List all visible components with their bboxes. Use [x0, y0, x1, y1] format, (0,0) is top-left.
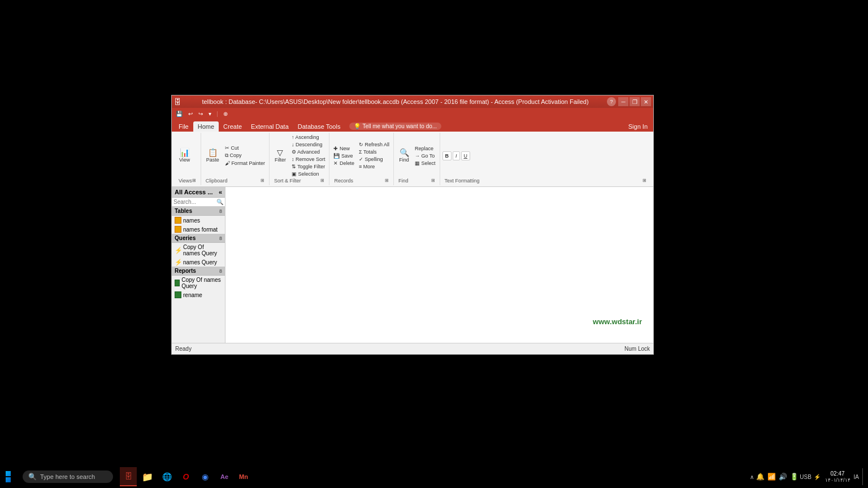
- table-item-names-format[interactable]: names format: [172, 225, 225, 234]
- tab-file[interactable]: File: [174, 121, 193, 132]
- body-area: All Access ... « 🔍 Tables 8 names names …: [172, 187, 653, 343]
- tab-create[interactable]: Create: [219, 121, 246, 132]
- taskbar-access-app[interactable]: 🗄: [120, 467, 137, 486]
- taskbar-search-input[interactable]: [40, 473, 107, 480]
- lang-text: IA: [854, 474, 859, 480]
- tray-icon-usb[interactable]: USB: [801, 472, 810, 481]
- tab-database-tools[interactable]: Database Tools: [293, 121, 345, 132]
- tray-icon-volume[interactable]: 🔊: [779, 472, 788, 481]
- view-button[interactable]: 📊 View: [176, 147, 193, 164]
- save-button[interactable]: 💾 Save: [332, 152, 356, 159]
- taskbar-icon-browser3[interactable]: ◉: [197, 468, 214, 485]
- table-item-names[interactable]: names: [172, 216, 225, 225]
- records-small-btns: ✚ New 💾 Save ✕ Delete: [332, 145, 356, 167]
- view-label: View: [179, 157, 190, 163]
- clipboard-group-label: Clipboard ⊞: [203, 177, 267, 184]
- clipboard-buttons: 📋 Paste ✂ Cut ⧉ Copy 🖌 Format Painter: [203, 134, 267, 177]
- browser2-icon: O: [183, 472, 189, 481]
- new-button[interactable]: ✚ New: [332, 145, 356, 152]
- tray-chevron[interactable]: ∧: [750, 474, 754, 480]
- queries-count: 8: [219, 236, 222, 241]
- queries-label: Queries: [175, 235, 196, 241]
- taskbar-right: ∧ 🔔 📶 🔊 🔋 USB ⚡ 02:47 ۱۴۰۱/۱۴/۱۴ IA: [750, 468, 866, 485]
- nav-search-input[interactable]: [173, 199, 216, 205]
- toggle-filter-button[interactable]: ⇅ Toggle Filter: [290, 163, 327, 170]
- taskbar-icon-browser1[interactable]: 🌐: [158, 468, 175, 485]
- qa-extra-button[interactable]: ⊕: [222, 110, 229, 117]
- tab-home[interactable]: Home: [193, 121, 219, 132]
- delete-button[interactable]: ✕ Delete: [332, 160, 356, 167]
- queries-section-header[interactable]: Queries 8: [172, 234, 225, 243]
- tray-icon-network[interactable]: 📶: [767, 472, 776, 481]
- taskbar-language[interactable]: IA: [854, 474, 859, 480]
- taskbar-search-icon: 🔍: [28, 473, 37, 481]
- qa-undo-button[interactable]: ↩: [186, 110, 194, 117]
- totals-button[interactable]: Σ Totals: [357, 149, 391, 155]
- qa-dropdown-button[interactable]: ▾: [207, 110, 213, 117]
- refresh-all-button[interactable]: ↻ Refresh All: [357, 141, 391, 148]
- select-button[interactable]: ▦ Select: [413, 160, 437, 167]
- minimize-button[interactable]: ─: [618, 97, 628, 106]
- report-item-copy-names[interactable]: Copy Of names Query: [172, 276, 225, 290]
- view-icon: 📊: [180, 149, 189, 156]
- report-item-rename[interactable]: rename: [172, 290, 225, 299]
- ribbon-group-find: 🔍 Find Replace → Go To ▦ Select Find ⊞: [394, 133, 440, 185]
- tell-me-box[interactable]: 💡 Tell me what you want to do...: [349, 123, 441, 130]
- copy-button[interactable]: ⧉ Copy: [223, 152, 267, 159]
- tray-icon-power[interactable]: ⚡: [813, 472, 822, 481]
- close-button[interactable]: ✕: [641, 97, 651, 106]
- nav-pane-header[interactable]: All Access ... «: [172, 187, 225, 198]
- num-lock: Num Lock: [624, 346, 650, 352]
- goto-button[interactable]: → Go To: [413, 152, 437, 159]
- help-icon[interactable]: ?: [607, 97, 616, 106]
- taskbar-pinned-apps: 🗄 📁 🌐 O ◉ Ae Mn: [120, 467, 252, 486]
- cut-button[interactable]: ✂ Cut: [223, 145, 267, 151]
- title-bar: 🗄 tellbook : Database- C:\Users\ASUS\Des…: [172, 95, 653, 108]
- remove-sort-button[interactable]: ↕ Remove Sort: [290, 156, 327, 163]
- clock-time: 02:47: [825, 470, 850, 477]
- start-button[interactable]: [2, 468, 20, 486]
- spelling-button[interactable]: ✓ Spelling: [357, 156, 391, 163]
- records-group-label: Records ⊞: [332, 177, 391, 184]
- taskbar-clock[interactable]: 02:47 ۱۴۰۱/۱۴/۱۴: [825, 470, 850, 484]
- ribbon-group-sort-filter: ▽ Filter ↑ Ascending ↓ Descending ⚙ Adva…: [270, 133, 330, 185]
- descending-button[interactable]: ↓ Descending: [290, 141, 327, 148]
- nav-search-box[interactable]: 🔍: [172, 198, 225, 207]
- reports-section-header[interactable]: Reports 8: [172, 267, 225, 276]
- taskbar-icon-mn[interactable]: Mn: [235, 468, 252, 485]
- ascending-button[interactable]: ↑ Ascending: [290, 134, 327, 141]
- paste-button[interactable]: 📋 Paste: [203, 147, 222, 164]
- format-painter-button[interactable]: 🖌 Format Painter: [223, 160, 267, 167]
- taskbar-icon-file-explorer[interactable]: 📁: [139, 468, 156, 485]
- tray-icon-notification[interactable]: 🔔: [756, 472, 765, 481]
- italic-button[interactable]: I: [453, 151, 460, 160]
- filter-button[interactable]: ▽ Filter: [272, 147, 289, 164]
- qa-redo-button[interactable]: ↪: [197, 110, 205, 117]
- bold-button[interactable]: B: [442, 151, 452, 160]
- more-button[interactable]: ≡ More: [357, 163, 391, 170]
- find-button[interactable]: 🔍 Find: [396, 147, 412, 164]
- watermark: www.wdstar.ir: [593, 317, 642, 326]
- sign-in-link[interactable]: Sign In: [625, 121, 651, 132]
- query-name-copy: Copy Of names Query: [183, 244, 222, 256]
- report-icon-copy: [175, 280, 180, 286]
- query-item-copy-names[interactable]: ⚡ Copy Of names Query: [172, 243, 225, 258]
- taskbar-icon-browser2[interactable]: O: [177, 468, 194, 485]
- query-item-names[interactable]: ⚡ names Query: [172, 258, 225, 267]
- show-desktop-button[interactable]: [862, 468, 866, 485]
- status-ready: Ready: [175, 346, 192, 352]
- sort-filter-buttons: ▽ Filter ↑ Ascending ↓ Descending ⚙ Adva…: [272, 134, 327, 177]
- tables-section-header[interactable]: Tables 8: [172, 207, 225, 216]
- underline-button[interactable]: U: [461, 151, 471, 160]
- find-icon: 🔍: [400, 149, 409, 156]
- tray-icon-battery[interactable]: 🔋: [790, 472, 799, 481]
- replace-button[interactable]: Replace: [413, 145, 437, 152]
- table-name-names-format: names format: [183, 226, 218, 233]
- selection-button[interactable]: ▣ Selection: [290, 171, 327, 177]
- restore-button[interactable]: ❐: [630, 97, 640, 106]
- taskbar-search-box[interactable]: 🔍: [23, 470, 113, 483]
- advanced-button[interactable]: ⚙ Advanced: [290, 149, 327, 155]
- taskbar-icon-ae[interactable]: Ae: [216, 468, 233, 485]
- tab-external-data[interactable]: External Data: [246, 121, 293, 132]
- qa-save-button[interactable]: 💾: [174, 110, 184, 117]
